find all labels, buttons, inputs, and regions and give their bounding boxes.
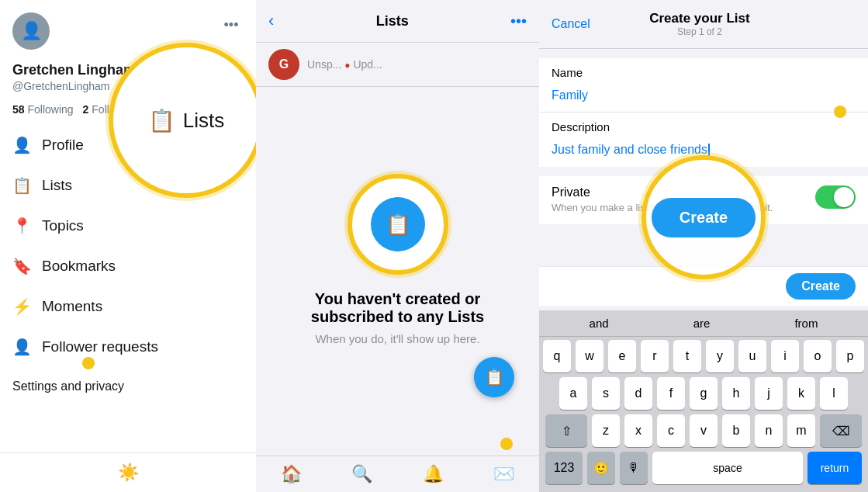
key-f[interactable]: f (657, 377, 685, 410)
create-list-icon-button[interactable]: 📋 (371, 197, 425, 251)
key-123[interactable]: 123 (545, 452, 583, 484)
key-p[interactable]: p (836, 340, 864, 372)
key-r[interactable]: r (641, 340, 669, 372)
fab-create-button[interactable]: 📋 (474, 357, 514, 397)
keyboard-suggestions: and are from (539, 310, 868, 337)
sidebar-item-follower-requests[interactable]: 👤 Follower requests (0, 327, 256, 367)
create-yellow-dot (834, 106, 846, 118)
key-b[interactable]: b (722, 414, 750, 447)
key-z[interactable]: z (592, 414, 620, 447)
topics-icon: 📍 (12, 217, 31, 235)
bell-nav-icon[interactable]: 🔔 (423, 464, 444, 484)
key-m[interactable]: m (787, 414, 815, 447)
key-e[interactable]: e (608, 340, 636, 372)
kb-row-3: ⇧ z x c v b n m ⌫ (542, 414, 865, 447)
create-action-button[interactable]: Create (652, 198, 756, 237)
more-button[interactable]: ••• (219, 12, 244, 37)
lists-icon: 📋 (12, 176, 31, 195)
lists-nav-dot (82, 357, 95, 369)
key-y[interactable]: y (706, 340, 734, 372)
moments-label: Moments (42, 298, 102, 315)
key-h[interactable]: h (722, 377, 750, 410)
lists-header: ‹ Lists ••• (256, 0, 539, 43)
key-v[interactable]: v (690, 414, 718, 447)
settings-link[interactable]: Settings and privacy (0, 367, 256, 406)
profile-label: Profile (42, 137, 84, 154)
kb-row-1: q w e r t y u i o p (542, 340, 865, 372)
create-header-step: Step 1 of 2 (649, 26, 749, 37)
lists-label: Lists (42, 177, 72, 194)
key-o[interactable]: o (804, 340, 832, 372)
key-c[interactable]: c (657, 414, 685, 447)
lists-highlight-circle: 📋 Lists (109, 43, 256, 198)
search-nav-icon[interactable]: 🔍 (351, 464, 372, 484)
lists-circle-icon: 📋 (148, 108, 175, 133)
bookmarks-icon: 🔖 (12, 257, 31, 275)
mail-nav-icon[interactable]: ✉️ (493, 464, 514, 484)
sidebar-item-topics[interactable]: 📍 Topics (0, 206, 256, 246)
key-space[interactable]: space (652, 452, 803, 484)
sidebar-item-bookmarks[interactable]: 🔖 Bookmarks (0, 246, 256, 286)
key-k[interactable]: k (787, 377, 815, 410)
suggestion-from[interactable]: from (794, 317, 818, 330)
create-header: Cancel Create your List Step 1 of 2 (539, 0, 868, 49)
fab-icon: 📋 (485, 368, 504, 386)
key-n[interactable]: n (755, 414, 783, 447)
name-label: Name (539, 58, 868, 82)
light-mode-icon[interactable]: ☀️ (118, 463, 139, 483)
follower-requests-label: Follower requests (42, 338, 158, 355)
lists-panel: ‹ Lists ••• G Unsp... ● Upd... 📋 You hav… (256, 0, 539, 492)
lists-empty-title: You haven't created or subscribed to any… (271, 290, 524, 326)
key-w[interactable]: w (576, 340, 603, 372)
create-button-highlight: Create (641, 155, 766, 279)
private-toggle[interactable] (815, 185, 856, 209)
create-bottom-button[interactable]: Create (786, 273, 856, 300)
back-button[interactable]: ‹ (268, 11, 274, 31)
bookmarks-label: Bookmarks (42, 258, 116, 275)
key-t[interactable]: t (673, 340, 701, 372)
home-nav-icon[interactable]: 🏠 (281, 464, 302, 484)
avatar: 👤 (12, 12, 50, 50)
key-emoji[interactable]: 🙂 (587, 452, 615, 484)
create-list-panel: Cancel Create your List Step 1 of 2 Name… (539, 0, 868, 492)
profile-mini-label: Unsp... ● Upd... (307, 58, 382, 71)
lists-body: 📋 You haven't created or subscribed to a… (256, 87, 539, 456)
kb-row-4: 123 🙂 🎙 space return (542, 452, 865, 487)
profile-mini-avatar: G (268, 49, 299, 80)
key-g[interactable]: g (690, 377, 718, 410)
name-input[interactable]: Family (539, 82, 868, 113)
moments-icon: ⚡ (12, 297, 31, 316)
cancel-button[interactable]: Cancel (552, 17, 590, 31)
suggestion-and[interactable]: and (590, 317, 609, 330)
key-d[interactable]: d (624, 377, 652, 410)
profile-icon: 👤 (12, 136, 31, 154)
topics-label: Topics (42, 217, 84, 234)
keyboard: and are from q w e r t y u i o p a s d f (539, 310, 868, 492)
key-x[interactable]: x (624, 414, 652, 447)
create-circle-yellow: 📋 (348, 174, 448, 275)
lists-more-button[interactable]: ••• (510, 12, 527, 30)
key-q[interactable]: q (543, 340, 571, 372)
profile-strip: G Unsp... ● Upd... (256, 43, 539, 87)
key-s[interactable]: s (592, 377, 620, 410)
key-delete[interactable]: ⌫ (820, 414, 862, 447)
create-icon-highlight: 📋 (348, 174, 448, 275)
fab-yellow-dot (500, 438, 513, 450)
key-l[interactable]: l (820, 377, 848, 410)
sidebar-item-moments[interactable]: ⚡ Moments (0, 286, 256, 327)
key-mic[interactable]: 🎙 (620, 452, 648, 484)
suggestion-are[interactable]: are (693, 317, 711, 330)
key-u[interactable]: u (738, 340, 766, 372)
key-shift[interactable]: ⇧ (545, 414, 587, 447)
lists-nav-bar: 🏠 🔍 🔔 ✉️ (256, 456, 539, 492)
key-i[interactable]: i (771, 340, 799, 372)
fab-area: 📋 (486, 404, 527, 444)
key-return[interactable]: return (807, 452, 862, 484)
lists-empty-sub: When you do, it'll show up here. (315, 332, 479, 345)
keyboard-rows: q w e r t y u i o p a s d f g h j k l (539, 337, 868, 492)
following-stat: 58 Following (12, 103, 74, 116)
avatar-icon: 👤 (21, 21, 42, 41)
lists-title: Lists (376, 13, 409, 29)
key-j[interactable]: j (755, 377, 783, 410)
key-a[interactable]: a (559, 377, 587, 410)
